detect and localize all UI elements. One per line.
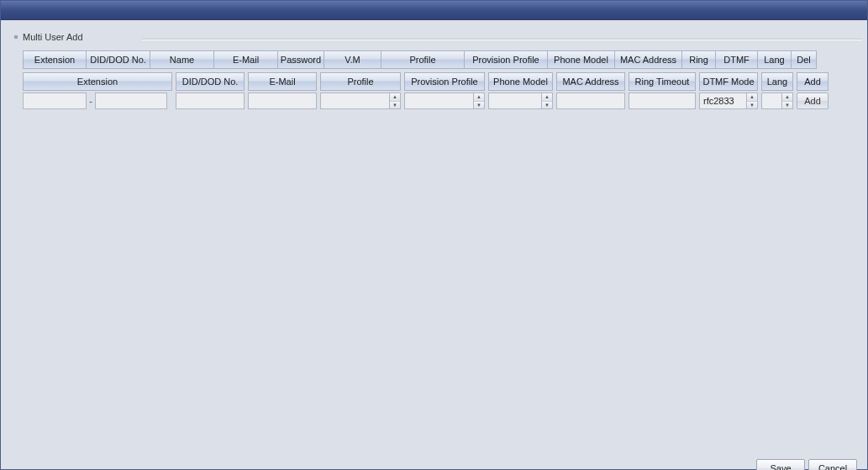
add-input-row: Extension - DID/DOD No. E-Mai [23,72,860,109]
dtmf-mode-value: rfc2833 [700,93,746,108]
lang-select[interactable]: ▲ ▼ [761,92,793,109]
col-header-dtmf[interactable]: DTMF [716,50,758,69]
dtmf-down-icon[interactable]: ▼ [747,102,757,109]
col-header-did[interactable]: DID/DOD No. [87,50,150,69]
lang-down-icon[interactable]: ▼ [782,102,792,109]
col-header-vm-password[interactable]: V.M Password [324,50,381,69]
col-header-provision-profile[interactable]: Provision Profile [465,50,548,69]
input-header-phone-model: Phone Model [488,72,553,91]
phone-model-value [489,93,541,108]
group-did: DID/DOD No. [176,72,245,109]
spinner-buttons: ▲ ▼ [473,93,484,108]
col-header-mac[interactable]: MAC Address [615,50,682,69]
save-button[interactable]: Save [756,459,805,470]
col-header-lang[interactable]: Lang [758,50,792,69]
input-header-email: E-Mail [248,72,317,91]
col-header-name[interactable]: Name [150,50,214,69]
input-header-dtmf-mode: DTMF Mode [699,72,758,91]
provision-profile-value [405,93,473,108]
provision-profile-down-icon[interactable]: ▼ [474,102,484,109]
lang-value [762,93,781,108]
group-phone-model: Phone Model ▲ ▼ [488,72,553,109]
input-header-profile: Profile [320,72,401,91]
group-lang: Lang ▲ ▼ [761,72,793,109]
email-input[interactable] [248,92,317,109]
group-extension: Extension - [23,72,172,109]
titlebar [1,1,867,20]
phone-model-up-icon[interactable]: ▲ [542,93,552,102]
input-header-ring-timeout: Ring Timeout [629,72,696,91]
col-header-del[interactable]: Del [792,50,817,69]
input-header-mac: MAC Address [556,72,625,91]
col-header-email[interactable]: E-Mail [214,50,278,69]
extension-from-input[interactable] [23,92,87,109]
spinner-buttons: ▲ ▼ [389,93,400,108]
spinner-buttons: ▲ ▼ [781,93,792,108]
ring-timeout-input[interactable] [629,92,696,109]
spinner-buttons: ▲ ▼ [541,93,552,108]
legend-dot-icon [14,35,18,39]
col-header-password[interactable]: Password [278,50,324,69]
legend-text: Multi User Add [23,32,83,42]
group-dtmf-mode: DTMF Mode rfc2833 ▲ ▼ [699,72,758,109]
dtmf-mode-select[interactable]: rfc2833 ▲ ▼ [699,92,758,109]
group-add: Add Add [797,72,829,109]
phone-model-down-icon[interactable]: ▼ [542,102,552,109]
fieldset-multi-user-add: Multi User Add Extension DID/DOD No. Nam… [8,32,860,109]
col-header-profile[interactable]: Profile [381,50,465,69]
profile-down-icon[interactable]: ▼ [390,102,400,109]
add-button[interactable]: Add [797,92,829,109]
provision-profile-select[interactable]: ▲ ▼ [404,92,485,109]
input-header-add: Add [797,72,829,91]
cancel-button[interactable]: Cancel [808,459,857,470]
content-area: Multi User Add Extension DID/DOD No. Nam… [1,32,867,470]
profile-select[interactable]: ▲ ▼ [320,92,401,109]
dialog-footer: Save Cancel [756,459,857,470]
group-ring-timeout: Ring Timeout [629,72,696,109]
extension-to-input[interactable] [95,92,167,109]
input-header-provision-profile: Provision Profile [404,72,485,91]
spinner-buttons: ▲ ▼ [746,93,757,108]
lang-up-icon[interactable]: ▲ [782,93,792,102]
profile-value [321,93,389,108]
mac-input[interactable] [556,92,625,109]
input-header-extension: Extension [23,72,172,91]
group-email: E-Mail [248,72,317,109]
input-header-lang: Lang [761,72,793,91]
fieldset-legend: Multi User Add [8,32,860,42]
extension-range-separator: - [87,92,95,109]
dtmf-up-icon[interactable]: ▲ [747,93,757,102]
col-header-ring[interactable]: Ring [682,50,716,69]
input-header-did: DID/DOD No. [176,72,245,91]
group-profile: Profile ▲ ▼ [320,72,401,109]
group-mac: MAC Address [556,72,625,109]
col-header-phone-model[interactable]: Phone Model [548,50,615,69]
group-provision-profile: Provision Profile ▲ ▼ [404,72,485,109]
phone-model-select[interactable]: ▲ ▼ [488,92,553,109]
profile-up-icon[interactable]: ▲ [390,93,400,102]
did-input[interactable] [176,92,245,109]
users-header-row: Extension DID/DOD No. Name E-Mail Passwo… [23,50,860,69]
col-header-extension[interactable]: Extension [23,50,87,69]
fieldset-divider [142,39,862,40]
provision-profile-up-icon[interactable]: ▲ [474,93,484,102]
dialog-window: Multi User Add Extension DID/DOD No. Nam… [0,0,868,470]
